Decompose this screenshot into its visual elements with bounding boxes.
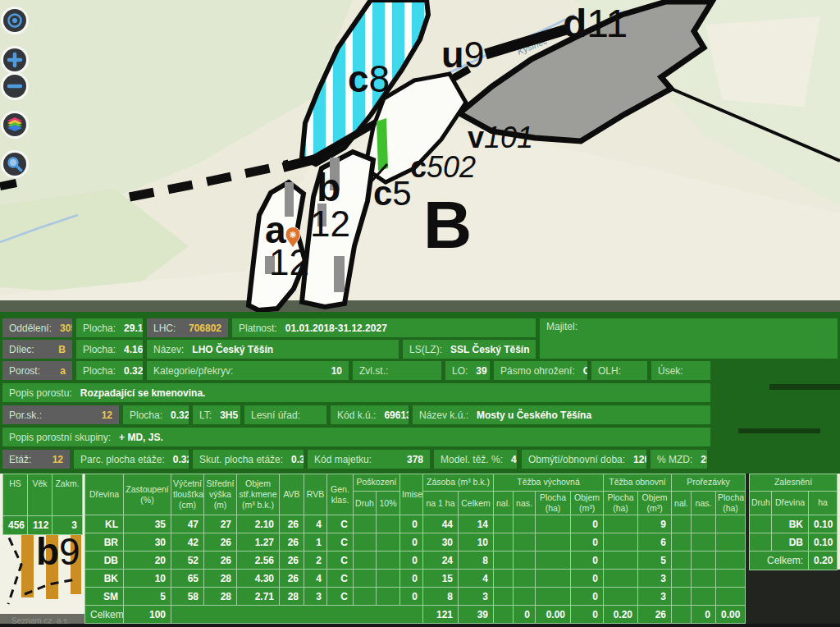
table-cell: [672, 606, 692, 624]
table-cell: [692, 588, 716, 606]
table-cell: 20: [124, 551, 171, 570]
zoom-in-button[interactable]: [3, 48, 26, 71]
table-cell: BK: [85, 570, 124, 588]
table-cell: 28: [204, 588, 237, 606]
field-pasmo: Pásmo ohrožení:C: [494, 361, 587, 380]
table-cell: [494, 588, 514, 606]
table-cell: [377, 533, 400, 551]
table-cell: [604, 533, 638, 551]
species-row-kl: KL3547272.10264C0441409: [85, 515, 746, 533]
table-cell: 0.20: [604, 606, 638, 624]
table-cell: 24: [423, 551, 459, 570]
map-label-c502: c502: [410, 150, 476, 184]
field-lt: LT:3H5: [193, 405, 240, 424]
table-header-cell: Objem stř.kmene (m³ b.k.): [237, 474, 280, 515]
table-cell: 65: [171, 570, 204, 588]
species-row-db: DB2052262.56262C024805: [85, 551, 746, 570]
table-cell: [672, 515, 692, 533]
zalesneni-total-row: Celkem: 0.20: [750, 551, 838, 570]
table-cell: [514, 533, 536, 551]
map-bleed-artifact: [769, 384, 840, 390]
table-header-cell: Poškození: [354, 474, 400, 492]
zalesneni-table: Zalesnění DruhDřevinaha BK0.10 DB0.10 Ce…: [749, 474, 838, 570]
table-group-header-row: Dřevina Zastoupení (%) Výčetní tloušťka …: [85, 474, 746, 492]
table-header-cell: Prořezávky: [672, 474, 746, 492]
table-cell: 26: [204, 533, 237, 551]
table-header-cell: Druh: [750, 492, 772, 515]
zoom-out-button[interactable]: [3, 75, 26, 98]
table-cell: C: [327, 515, 354, 533]
table-cell: 3: [304, 588, 327, 606]
table-cell: 5: [638, 551, 672, 570]
table-cell: DB: [85, 551, 124, 570]
table-header-cell: nas.: [514, 492, 536, 515]
table-header-cell: Těžba výchovná: [494, 474, 604, 492]
table-cell: 15: [423, 570, 459, 588]
field-model-tez: Model. těž. %:40: [434, 450, 517, 469]
table-subheader-row: DruhDřevinaha: [750, 492, 838, 515]
minus-icon: [6, 77, 24, 95]
field-nazev-ku: Název k.ú.:Mosty u Českého Těšína: [413, 405, 710, 424]
species-total-row: Celkem:1001213900.0000.202600.00: [85, 606, 746, 624]
table-cell: [377, 515, 400, 533]
table-cell: 30: [124, 533, 171, 551]
field-olh: OLH:: [591, 361, 647, 380]
table-header-row: HSVěkZakm.: [3, 474, 83, 516]
table-cell: C: [327, 551, 354, 570]
table-cell: 0: [400, 515, 423, 533]
table-cell: 1: [304, 533, 327, 551]
table-header-cell: Zastoupení (%): [124, 474, 171, 515]
table-header-cell: Plocha (ha): [716, 492, 746, 515]
table-cell: 4: [304, 570, 327, 588]
table-cell: C: [327, 533, 354, 551]
map-label-B: B: [423, 187, 472, 262]
table-cell: [494, 515, 514, 533]
table-group-header-row: Zalesnění: [750, 474, 838, 492]
table-cell: [672, 588, 692, 606]
table-cell: 0: [400, 588, 423, 606]
map-label-u9: u9: [441, 34, 485, 76]
field-popis-skupiny: Popis porostní skupiny:+ MD, JS.: [2, 428, 710, 446]
table-cell: [171, 606, 423, 624]
table-header-cell: Zásoba (m³ b.k.): [423, 474, 494, 492]
table-cell: [716, 551, 746, 570]
table-header-cell: ha: [809, 492, 838, 515]
table-cell: [692, 515, 716, 533]
locate-button[interactable]: [3, 9, 26, 32]
table-cell: 3: [638, 588, 672, 606]
field-obmyti: Obmýtí/obnovní doba:120/40: [522, 450, 646, 469]
table-cell: 5: [124, 588, 171, 606]
table-cell: SM: [85, 588, 124, 606]
table-cell: [514, 515, 536, 533]
table-cell: [514, 551, 536, 570]
table-header-cell: Výčetní tloušťka (cm): [171, 474, 204, 515]
table-cell: 2.56: [237, 551, 280, 570]
table-cell: 0.10: [809, 533, 838, 551]
table-cell: [354, 570, 377, 588]
table-header-cell: 10%: [377, 492, 400, 515]
field-zvlst: Zvl.st.:: [353, 361, 441, 380]
zalesneni-row-db: DB0.10: [750, 533, 838, 551]
species-row-br: BR3042261.27261C0301006: [85, 533, 746, 551]
search-icon: [6, 155, 24, 173]
table-cell: 26: [280, 533, 304, 551]
table-cell: Celkem:: [85, 606, 124, 624]
table-cell: 4: [304, 515, 327, 533]
table-cell: [750, 515, 772, 533]
table-cell: 0: [571, 551, 604, 570]
table-cell: 0: [571, 588, 604, 606]
table-header-cell: Zalesnění: [750, 474, 838, 492]
layers-button[interactable]: [3, 113, 26, 136]
map-label-d11: d11: [563, 2, 628, 45]
table-cell: 0: [571, 533, 604, 551]
table-cell: BR: [85, 533, 124, 551]
table-cell: [672, 551, 692, 570]
search-button[interactable]: [3, 153, 26, 176]
table-cell: 26: [280, 515, 304, 533]
field-lslz: LS(LZ):SSL Český Těšín: [403, 340, 536, 359]
table-cell: 0.10: [809, 515, 838, 533]
table-cell: [494, 570, 514, 588]
table-cell: DB: [772, 533, 809, 551]
table-cell: 14: [459, 515, 494, 533]
table-header-cell: Dřevina: [85, 474, 124, 515]
